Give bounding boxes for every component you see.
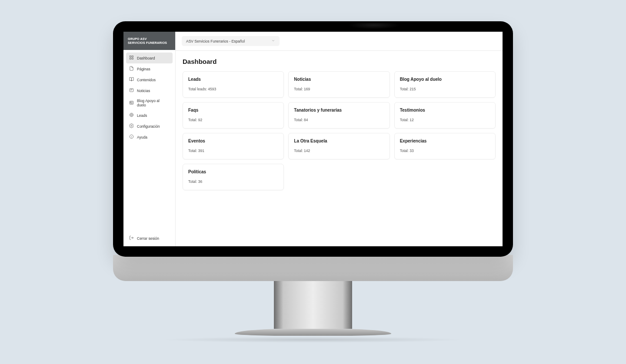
sidebar-item-label: Leads [137, 113, 147, 118]
sidebar-item-label: Páginas [137, 67, 150, 71]
gear-icon [129, 123, 134, 129]
card-title: Políticas [188, 169, 278, 174]
card-title: La Otra Esquela [294, 139, 384, 143]
sidebar-item-blog[interactable]: Blog Apoyo al duelo [126, 96, 173, 110]
dashboard-card[interactable]: LeadsTotal leads: 4593 [183, 71, 284, 98]
page-title: Dashboard [183, 58, 496, 65]
brand-logo: GRUPO ASV SERVICIOS FUNERARIOS [123, 32, 175, 50]
card-stat: Total: 84 [294, 118, 384, 122]
file-icon [129, 66, 134, 72]
dashboard-card[interactable]: La Otra EsquelaTotal: 142 [288, 133, 390, 159]
card-title: Blog Apoyo al duelo [400, 77, 490, 82]
sidebar-item-label: Ayuda [137, 135, 147, 139]
monitor-bezel: GRUPO ASV SERVICIOS FUNERARIOS Dashboard… [113, 21, 513, 257]
sidebar-item-noticias[interactable]: Noticias [126, 85, 173, 96]
dashboard-grid: LeadsTotal leads: 4593NoticiasTotal: 169… [183, 71, 496, 190]
card-title: Experiencias [400, 139, 490, 143]
card-stat: Total: 92 [188, 118, 278, 122]
card-stat: Total: 215 [400, 87, 490, 91]
svg-rect-6 [130, 102, 131, 103]
card-stat: Total leads: 4593 [188, 87, 278, 91]
sidebar-item-logout[interactable]: Cerrar sesión [126, 233, 173, 244]
site-selector-label: ASV Servicios Funerarios - Español [186, 39, 245, 43]
app-screen: GRUPO ASV SERVICIOS FUNERARIOS Dashboard… [123, 32, 503, 246]
sidebar-item-label: Dashboard [137, 56, 155, 60]
dashboard-card[interactable]: Tanatorios y funerariasTotal: 84 [288, 102, 390, 129]
blog-icon [129, 100, 134, 106]
book-icon [129, 77, 134, 83]
dashboard-card[interactable]: NoticiasTotal: 169 [288, 71, 390, 98]
grid-icon [129, 55, 134, 61]
card-title: Noticias [294, 77, 384, 82]
sidebar-item-contenidos[interactable]: Contenidos [126, 74, 173, 85]
card-stat: Total: 169 [294, 87, 384, 91]
card-stat: Total: 12 [400, 118, 490, 122]
svg-point-9 [131, 115, 132, 115]
svg-rect-1 [132, 56, 133, 57]
svg-rect-3 [132, 58, 133, 60]
card-title: Eventos [188, 139, 278, 143]
news-icon [129, 88, 134, 93]
monitor-chin [113, 255, 513, 281]
svg-point-7 [130, 113, 133, 117]
target-icon [129, 113, 134, 118]
sidebar-item-leads[interactable]: Leads [126, 110, 173, 121]
sidebar-nav: Dashboard Páginas Contenidos Noticias [123, 50, 175, 246]
svg-point-10 [131, 125, 132, 126]
card-title: Faqs [188, 108, 278, 113]
sidebar-item-label: Noticias [137, 89, 150, 93]
topbar: ASV Servicios Funerarios - Español [176, 32, 503, 51]
dashboard-card[interactable]: TestimoniosTotal: 12 [394, 102, 496, 129]
svg-rect-0 [130, 56, 131, 57]
camera-glare [348, 21, 400, 29]
logout-icon [129, 235, 134, 241]
sidebar-item-dashboard[interactable]: Dashboard [126, 53, 173, 63]
sidebar-item-paginas[interactable]: Páginas [126, 63, 173, 74]
dashboard-card[interactable]: Blog Apoyo al dueloTotal: 215 [394, 71, 496, 98]
card-stat: Total: 142 [294, 149, 384, 153]
card-stat: Total: 391 [188, 149, 278, 153]
sidebar-item-ayuda[interactable]: Ayuda [126, 132, 173, 142]
brand-line2: SERVICIOS FUNERARIOS [128, 41, 171, 45]
sidebar-item-label: Blog Apoyo al duelo [137, 99, 170, 107]
dashboard-card[interactable]: ExperienciasTotal: 33 [394, 133, 496, 159]
sidebar-item-label: Configuración [137, 124, 160, 129]
dashboard-card[interactable]: PolíticasTotal: 36 [183, 164, 284, 190]
content: Dashboard LeadsTotal leads: 4593Noticias… [176, 51, 503, 246]
site-selector[interactable]: ASV Servicios Funerarios - Español [182, 36, 280, 46]
svg-point-8 [130, 114, 133, 116]
card-stat: Total: 33 [400, 149, 490, 153]
svg-rect-2 [130, 58, 131, 60]
sidebar-item-configuracion[interactable]: Configuración [126, 121, 173, 132]
info-icon [129, 134, 134, 140]
monitor-stand-foot [235, 329, 391, 336]
card-title: Testimonios [400, 108, 490, 113]
dashboard-card[interactable]: EventosTotal: 391 [183, 133, 284, 159]
sidebar: GRUPO ASV SERVICIOS FUNERARIOS Dashboard… [123, 32, 176, 246]
monitor-mockup: GRUPO ASV SERVICIOS FUNERARIOS Dashboard… [113, 21, 513, 343]
sidebar-item-label: Contenidos [137, 78, 156, 82]
card-stat: Total: 36 [188, 179, 278, 184]
sidebar-item-label: Cerrar sesión [137, 236, 159, 241]
monitor-stand-neck [274, 281, 352, 329]
card-title: Tanatorios y funerarias [294, 108, 384, 113]
monitor-shadow [161, 337, 465, 343]
brand-line1: GRUPO ASV [128, 37, 171, 41]
chevron-down-icon [271, 39, 275, 43]
dashboard-card[interactable]: FaqsTotal: 92 [183, 102, 284, 129]
main-area: ASV Servicios Funerarios - Español Dashb… [176, 32, 503, 246]
card-title: Leads [188, 77, 278, 82]
